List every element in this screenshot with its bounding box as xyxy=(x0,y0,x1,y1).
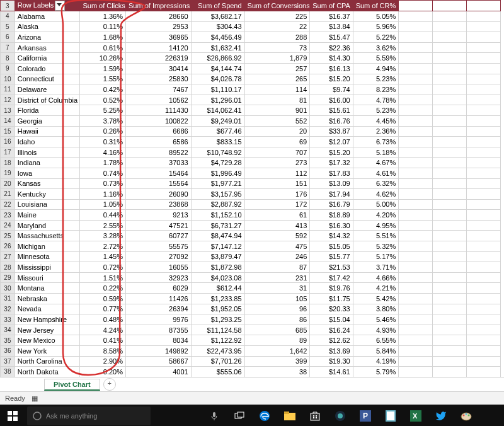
row-header[interactable]: 12 xyxy=(1,95,15,105)
cell-cpa[interactable]: $14.32 xyxy=(310,231,353,241)
cell-clicks[interactable]: 1.16% xyxy=(80,189,126,200)
cell-conversions[interactable]: 61 xyxy=(244,210,310,221)
cell-cr[interactable]: 4.21% xyxy=(353,283,399,294)
row-header[interactable]: 4 xyxy=(1,11,15,22)
cell-conversions[interactable]: 685 xyxy=(244,325,310,335)
cell-impressions[interactable]: 11426 xyxy=(125,294,191,304)
worksheet-area[interactable]: 3Row LabelsSum of ClicksSum of Impressio… xyxy=(0,0,504,377)
cell-state[interactable]: Massachusetts xyxy=(14,231,80,241)
cell-cpa[interactable]: $13.84 xyxy=(310,21,353,32)
cell-conversions[interactable]: 96 xyxy=(244,304,310,314)
cell-impressions[interactable]: 47521 xyxy=(125,220,191,231)
cell-cr[interactable]: 3.71% xyxy=(353,262,399,273)
col-header[interactable]: Sum of CR% xyxy=(353,1,399,11)
cell-spend[interactable]: $833.15 xyxy=(191,137,244,147)
cell-conversions[interactable]: 288 xyxy=(244,32,310,43)
cell-cpa[interactable]: $21.53 xyxy=(310,262,353,273)
cell-conversions[interactable]: 151 xyxy=(244,178,310,189)
cell-cr[interactable]: 3.62% xyxy=(353,42,399,53)
cell-impressions[interactable]: 2953 xyxy=(125,21,191,32)
cell-cpa[interactable]: $13.09 xyxy=(310,178,353,189)
col-header[interactable]: Sum of Spend xyxy=(191,1,244,11)
table-row[interactable]: 31Nebraska0.59%11426$1,233.85105$11.755.… xyxy=(1,294,501,304)
cell-cr[interactable]: 4.78% xyxy=(353,95,399,105)
cell-cpa[interactable]: $12.07 xyxy=(310,137,353,147)
table-row[interactable]: 33New Hampshire0.48%9976$1,293.2586$15.0… xyxy=(1,314,501,325)
cell-impressions[interactable]: 6029 xyxy=(125,283,191,294)
cell-cr[interactable]: 4.94% xyxy=(353,63,399,74)
cell-clicks[interactable]: 0.74% xyxy=(80,168,126,178)
cell-cpa[interactable]: $15.61 xyxy=(310,105,353,116)
file-explorer-icon[interactable] xyxy=(277,405,302,426)
cell-cpa[interactable]: $20.33 xyxy=(310,304,353,314)
cell-clicks[interactable]: 2.72% xyxy=(80,241,126,252)
row-header[interactable]: 18 xyxy=(1,158,15,168)
sheet-tab-bar[interactable]: Pivot Chart + xyxy=(0,377,504,391)
cell-spend[interactable]: $1,296.01 xyxy=(191,95,244,105)
table-row[interactable]: 25Massachusetts3.28%60727$8,474.94592$14… xyxy=(1,231,501,241)
cell-cr[interactable]: 4.95% xyxy=(353,220,399,231)
table-row[interactable]: 8California10.26%226319$26,866.921,879$1… xyxy=(1,53,501,64)
start-button[interactable] xyxy=(0,405,25,426)
cell-clicks[interactable]: 0.42% xyxy=(80,84,126,95)
cell-state[interactable]: Arizona xyxy=(14,32,80,43)
table-row[interactable]: 24Maryland2.55%47521$6,731.27413$16.304.… xyxy=(1,220,501,231)
cell-state[interactable]: Illinois xyxy=(14,147,80,158)
cell-clicks[interactable]: 0.52% xyxy=(80,95,126,105)
col-header[interactable]: Sum of Impressions xyxy=(125,1,191,11)
cell-state[interactable]: Hawaii xyxy=(14,126,80,137)
cell-cpa[interactable]: $19.76 xyxy=(310,283,353,294)
cell-state[interactable]: New York xyxy=(14,346,80,357)
cell-cr[interactable]: 8.23% xyxy=(353,84,399,95)
cell-state[interactable]: North Dakota xyxy=(14,367,80,377)
table-row[interactable]: 34New Jersey4.24%87355$11,124.58685$16.2… xyxy=(1,325,501,335)
cell-cr[interactable]: 5.05% xyxy=(353,11,399,22)
cell-conversions[interactable]: 105 xyxy=(244,294,310,304)
row-header[interactable]: 32 xyxy=(1,304,15,314)
cell-state[interactable]: California xyxy=(14,53,80,64)
cell-cr[interactable]: 5.22% xyxy=(353,32,399,43)
cell-conversions[interactable]: 87 xyxy=(244,262,310,273)
cell-spend[interactable]: $1,233.85 xyxy=(191,294,244,304)
cell-cpa[interactable]: $14.30 xyxy=(310,53,353,64)
cell-conversions[interactable]: 413 xyxy=(244,220,310,231)
cell-impressions[interactable]: 4001 xyxy=(125,367,191,377)
cell-cr[interactable]: 5.84% xyxy=(353,346,399,357)
cell-cr[interactable]: 5.59% xyxy=(353,53,399,64)
cell-clicks[interactable]: 0.77% xyxy=(80,304,126,314)
row-header[interactable]: 19 xyxy=(1,168,15,178)
cell-spend[interactable]: $1,996.49 xyxy=(191,168,244,178)
row-header[interactable]: 22 xyxy=(1,199,15,210)
row-header[interactable]: 26 xyxy=(1,241,15,252)
cell-state[interactable]: Iowa xyxy=(14,168,80,178)
cell-clicks[interactable]: 3.28% xyxy=(80,231,126,241)
row-header[interactable]: 33 xyxy=(1,314,15,325)
cell-conversions[interactable]: 1,642 xyxy=(244,346,310,357)
cell-cpa[interactable]: $16.24 xyxy=(310,325,353,335)
cell-clicks[interactable]: 0.22% xyxy=(80,283,126,294)
cell-impressions[interactable]: 9976 xyxy=(125,314,191,325)
table-row[interactable]: 11Delaware0.42%7467$1,110.17114$9.748.23… xyxy=(1,84,501,95)
cell-cr[interactable]: 5.51% xyxy=(353,231,399,241)
cell-conversions[interactable]: 901 xyxy=(244,105,310,116)
row-header[interactable]: 31 xyxy=(1,294,15,304)
microphone-icon[interactable] xyxy=(202,405,227,426)
cell-cpa[interactable]: $16.76 xyxy=(310,115,353,126)
cell-cpa[interactable]: $12.62 xyxy=(310,335,353,346)
cell-cr[interactable]: 5.23% xyxy=(353,105,399,116)
table-row[interactable]: 37North Carolina2.90%58667$7,701.26399$1… xyxy=(1,356,501,367)
cell-impressions[interactable]: 36965 xyxy=(125,32,191,43)
cell-conversions[interactable]: 475 xyxy=(244,241,310,252)
cell-state[interactable]: Delaware xyxy=(14,84,80,95)
cell-clicks[interactable]: 0.59% xyxy=(80,294,126,304)
paint-icon[interactable] xyxy=(454,405,479,426)
cell-clicks[interactable]: 1.36% xyxy=(80,11,126,22)
cell-clicks[interactable]: 1.78% xyxy=(80,158,126,168)
cell-spend[interactable]: $1,872.98 xyxy=(191,262,244,273)
cell-conversions[interactable]: 273 xyxy=(244,158,310,168)
table-row[interactable]: 23Maine0.44%9213$1,152.1061$18.894.20% xyxy=(1,210,501,221)
cell-state[interactable]: Kansas xyxy=(14,178,80,189)
cell-impressions[interactable]: 28660 xyxy=(125,11,191,22)
cell-impressions[interactable]: 15564 xyxy=(125,178,191,189)
cell-impressions[interactable]: 149892 xyxy=(125,346,191,357)
